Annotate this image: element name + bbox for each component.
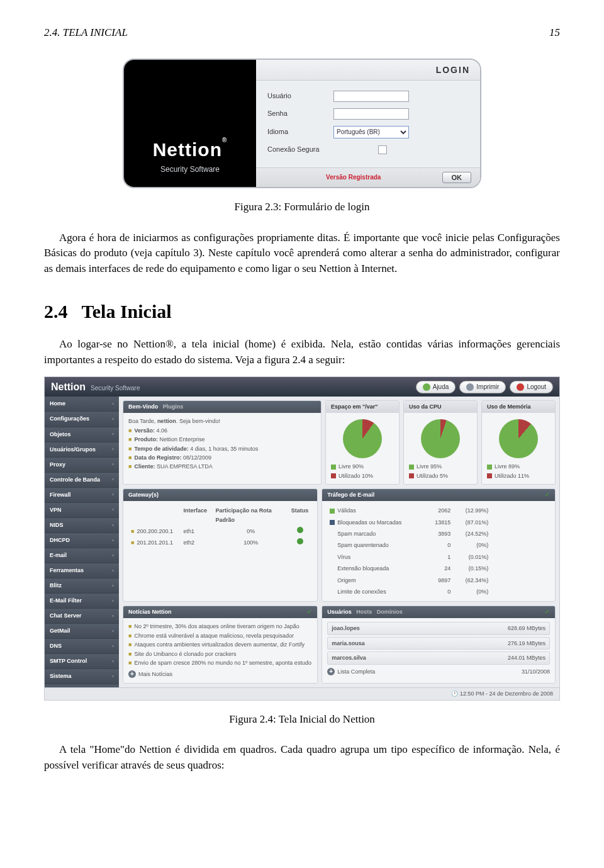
- chevron-right-icon: ›: [112, 491, 114, 499]
- chevron-right-icon: ›: [112, 658, 114, 665]
- gauge-free: Livre 90%: [331, 462, 394, 471]
- login-pass-label: Senha: [267, 109, 333, 119]
- user-row[interactable]: maria.sousa276.19 MBytes: [327, 637, 550, 650]
- welcome-panel: Bem-Vindo Plugins Boa Tarde, nettion. Se…: [123, 400, 322, 485]
- help-icon: [423, 383, 430, 391]
- login-user-input[interactable]: [333, 91, 409, 102]
- welcome-line: ■Data do Registro: 08/12/2009: [128, 453, 316, 462]
- user-row[interactable]: joao.lopes628.69 MBytes: [327, 622, 550, 634]
- sidebar-item[interactable]: NIDS›: [45, 518, 119, 533]
- sidebar-item[interactable]: E-mail›: [45, 548, 119, 563]
- login-brand: Nettion: [153, 139, 222, 160]
- sidebar-item[interactable]: Ferramentas›: [45, 563, 119, 578]
- email-stat-row: Spam quarentenado0(0%): [327, 539, 550, 551]
- printer-icon: [466, 383, 474, 391]
- gauge-title: Uso de Memória: [482, 401, 555, 413]
- check-icon: ✓: [307, 608, 312, 616]
- email-stat-row: Limite de conexões0(0%): [327, 586, 550, 597]
- chevron-right-icon: ›: [112, 612, 114, 620]
- sidebar-item[interactable]: GetMail›: [45, 624, 119, 639]
- dashboard-figure: Nettion Security Software Ajuda Imprimir…: [44, 376, 560, 701]
- sidebar-item[interactable]: Controle de Banda›: [45, 473, 119, 488]
- user-row[interactable]: marcos.silva244.01 MBytes: [327, 651, 550, 664]
- sidebar-item[interactable]: Blitz›: [45, 578, 119, 594]
- login-ok-button[interactable]: OK: [442, 172, 472, 183]
- sidebar-item[interactable]: DHCPD›: [45, 533, 119, 548]
- users-date: 31/10/2008: [522, 667, 550, 676]
- login-logo-panel: Nettion® Security Software: [124, 60, 256, 187]
- login-version-text: Versão Registrada: [265, 173, 442, 183]
- chevron-right-icon: ›: [112, 643, 114, 650]
- paragraph-3: A tela "Home"do Nettion é dividida em qu…: [44, 742, 560, 773]
- dash-statusbar: 🕐 12:50 PM - 24 de Dezembro de 2008: [45, 687, 559, 700]
- welcome-line: ■Cliente: SUA EMPRESA LTDA: [128, 462, 316, 471]
- login-lang-select[interactable]: Português (BR): [333, 126, 409, 138]
- email-stat-row: Válidas2062(12.99%): [327, 505, 550, 516]
- login-pass-input[interactable]: [333, 108, 409, 120]
- gauge-panel: Uso da CPULivre 95%Utilizado 5%: [403, 400, 478, 485]
- tab-bemvindo[interactable]: Bem-Vindo: [128, 403, 158, 410]
- list-all-link[interactable]: +Lista Completa: [327, 667, 375, 676]
- more-news-link[interactable]: +Mais Notícias: [128, 670, 312, 679]
- sidebar-item[interactable]: Home›: [45, 397, 119, 412]
- sidebar-item[interactable]: Sistema›: [45, 669, 119, 684]
- pie-chart: [499, 419, 538, 458]
- login-title: LOGIN: [256, 60, 480, 81]
- figure-2-3-caption: Figura 2.3: Formulário de login: [44, 200, 560, 215]
- welcome-line: ■Tempo de atividade: 4 dias, 1 horas, 35…: [128, 444, 316, 453]
- login-user-label: Usuário: [267, 91, 333, 101]
- help-button[interactable]: Ajuda: [416, 381, 456, 394]
- news-item[interactable]: ■Site do Unibanco é clonado por crackers: [128, 650, 312, 658]
- chevron-right-icon: ›: [112, 628, 114, 635]
- status-dot-icon: [297, 538, 303, 544]
- email-traffic-panel: Tráfego de E-mail✓ Válidas2062(12.99%)Bl…: [322, 488, 556, 602]
- chevron-right-icon: ›: [112, 431, 114, 438]
- welcome-greeting: Boa Tarde, nettion. Seja bem-vindo!: [128, 417, 316, 426]
- logout-button[interactable]: Logout: [510, 381, 553, 394]
- sidebar-item[interactable]: DNS›: [45, 639, 119, 654]
- pie-chart: [421, 419, 460, 458]
- chevron-right-icon: ›: [112, 446, 114, 453]
- sidebar-item[interactable]: Firewall›: [45, 488, 119, 503]
- sidebar-item[interactable]: VPN›: [45, 503, 119, 518]
- sidebar-item[interactable]: Usuários/Grupos›: [45, 442, 119, 458]
- login-secure-checkbox[interactable]: [378, 145, 387, 154]
- print-button[interactable]: Imprimir: [459, 381, 506, 394]
- chevron-right-icon: ›: [112, 400, 114, 408]
- page-header: 2.4. TELA INICIAL 15: [44, 25, 560, 41]
- chevron-right-icon: ›: [112, 506, 114, 514]
- tab-plugins[interactable]: Plugins: [163, 403, 184, 410]
- dash-brand: Nettion: [51, 380, 86, 394]
- tab-hosts[interactable]: Hosts: [356, 609, 372, 615]
- sidebar-item[interactable]: Chat Server›: [45, 609, 119, 624]
- chevron-right-icon: ›: [112, 582, 114, 590]
- news-item[interactable]: ■Chrome está vulnerável a ataque malicio…: [128, 631, 312, 640]
- chevron-right-icon: ›: [112, 552, 114, 560]
- sidebar-item[interactable]: Proxy›: [45, 458, 119, 473]
- news-item[interactable]: ■Ataques contra ambientes virtualizados …: [128, 640, 312, 649]
- chevron-right-icon: ›: [112, 476, 114, 483]
- chevron-right-icon: ›: [112, 461, 114, 468]
- section-ref: 2.4. TELA INICIAL: [44, 25, 128, 41]
- news-item[interactable]: ■Envio de spam cresce 280% no mundo no 1…: [128, 658, 312, 667]
- sidebar-item[interactable]: Configurações›: [45, 412, 119, 427]
- sidebar-item[interactable]: SMTP Control›: [45, 654, 119, 669]
- users-panel: Usuários Hosts Domínios ✓ joao.lopes628.…: [322, 606, 556, 683]
- tab-dominios[interactable]: Domínios: [377, 609, 403, 615]
- login-figure: Nettion® Security Software LOGIN Usuário…: [123, 59, 481, 188]
- chevron-right-icon: ›: [112, 567, 114, 575]
- email-stat-row: Bloqueadas ou Marcadas13815(87.01%): [327, 517, 550, 528]
- sidebar-item[interactable]: E-Mail Filter›: [45, 594, 119, 609]
- gateways-panel: Gateway(s) Interface Participação na Rot…: [123, 488, 318, 602]
- status-dot-icon: [297, 527, 303, 533]
- plus-icon: +: [128, 670, 136, 678]
- dash-brand-sub: Security Software: [91, 384, 140, 393]
- email-stat-row: Extensão bloqueada24(0.15%): [327, 563, 550, 574]
- tab-usuarios[interactable]: Usuários: [327, 609, 352, 615]
- sidebar-item[interactable]: Objetos›: [45, 427, 119, 442]
- news-item[interactable]: ■No 2º trimestre, 30% dos ataques online…: [128, 622, 312, 631]
- welcome-line: ■Versão: 4.06: [128, 426, 316, 435]
- check-icon: ✓: [545, 608, 550, 616]
- gauge-panel: Espaço em "/var"Livre 90%Utilizado 10%: [325, 400, 400, 485]
- login-brand-sub: Security Software: [160, 164, 220, 175]
